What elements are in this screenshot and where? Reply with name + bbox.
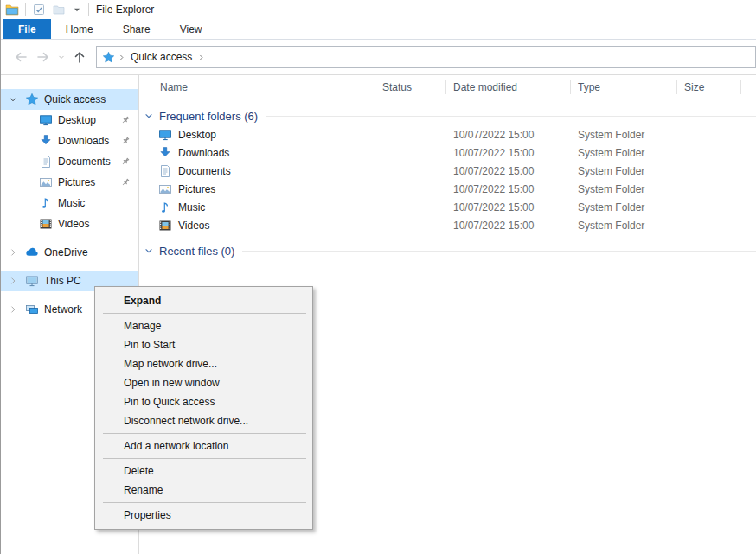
- tab-file[interactable]: File: [3, 19, 51, 39]
- properties-button[interactable]: [32, 3, 46, 16]
- file-row-videos[interactable]: Videos10/07/2022 15:00System Folder: [139, 216, 756, 234]
- column-header-label: Size: [684, 81, 704, 93]
- recent-locations-button[interactable]: [54, 46, 68, 68]
- breadcrumb-item-quick-access[interactable]: Quick access: [128, 51, 195, 63]
- sidebar-item-onedrive[interactable]: OneDrive: [1, 242, 138, 263]
- music-icon: [158, 201, 172, 214]
- up-button[interactable]: [68, 46, 91, 68]
- videos-icon: [39, 217, 53, 231]
- file-name: Documents: [178, 165, 231, 177]
- group-header-recent-files-0[interactable]: Recent files (0): [139, 241, 756, 260]
- cell-date-modified: 10/07/2022 15:00: [446, 220, 571, 232]
- cell-name: Desktop: [139, 128, 375, 142]
- menu-item-open-in-new-window[interactable]: Open in new window: [95, 373, 312, 392]
- documents-icon: [158, 164, 172, 178]
- cell-type: System Folder: [571, 201, 677, 213]
- cell-date-modified: 10/07/2022 15:00: [446, 147, 571, 159]
- sidebar-item-label: Downloads: [58, 135, 109, 147]
- group-label: Frequent folders (6): [159, 110, 258, 123]
- chevron-right-icon[interactable]: [8, 247, 18, 258]
- menu-item-disconnect-network-drive[interactable]: Disconnect network drive...: [95, 411, 312, 430]
- menu-item-manage[interactable]: Manage: [95, 316, 312, 335]
- cell-type: System Folder: [571, 183, 677, 195]
- quick-access-toolbar: [5, 3, 89, 16]
- chevron-right-icon[interactable]: [8, 304, 18, 315]
- chevron-right-icon[interactable]: [8, 276, 18, 286]
- titlebar-separator: [25, 3, 26, 16]
- tab-home[interactable]: Home: [51, 19, 108, 39]
- column-header-date-modified[interactable]: Date modified: [446, 75, 571, 99]
- cell-type: System Folder: [571, 129, 677, 141]
- cell-date-modified: 10/07/2022 15:00: [446, 183, 571, 195]
- menu-item-pin-to-quick-access[interactable]: Pin to Quick access: [95, 392, 312, 411]
- titlebar-separator: [88, 3, 89, 16]
- cell-date-modified: 10/07/2022 15:00: [446, 129, 571, 141]
- desktop-icon: [158, 128, 172, 142]
- music-icon: [39, 196, 53, 210]
- sidebar-item-documents[interactable]: Documents: [1, 151, 138, 172]
- group-label: Recent files (0): [159, 245, 234, 258]
- back-button[interactable]: [10, 46, 32, 68]
- new-folder-button[interactable]: [52, 3, 66, 16]
- column-header-status[interactable]: Status: [375, 75, 446, 99]
- sidebar-item-quick-access[interactable]: Quick access: [1, 89, 138, 110]
- menu-item-map-network-drive[interactable]: Map network drive...: [95, 354, 312, 373]
- pin-icon: [120, 177, 131, 188]
- tab-view[interactable]: View: [165, 19, 217, 39]
- column-resize-handle[interactable]: [740, 80, 741, 94]
- group-chevron-icon[interactable]: [144, 111, 154, 121]
- cell-name: Music: [139, 201, 375, 214]
- file-row-documents[interactable]: Documents10/07/2022 15:00System Folder: [139, 162, 756, 180]
- pin-icon: [120, 136, 131, 146]
- menu-separator: [103, 313, 306, 314]
- menu-item-delete[interactable]: Delete: [95, 462, 312, 481]
- tab-share[interactable]: Share: [108, 19, 165, 39]
- file-row-music[interactable]: Music10/07/2022 15:00System Folder: [139, 198, 756, 216]
- desktop-icon: [39, 113, 53, 127]
- file-name: Music: [178, 201, 205, 213]
- sidebar-item-music[interactable]: Music: [1, 193, 138, 213]
- group-divider-line: [242, 251, 756, 252]
- forward-button[interactable]: [32, 46, 54, 68]
- menu-item-expand[interactable]: Expand: [95, 291, 312, 310]
- sidebar-item-label: This PC: [44, 275, 81, 287]
- context-menu: ExpandManagePin to StartMap network driv…: [94, 286, 313, 530]
- dropdown-arrow-icon: [72, 4, 82, 15]
- menu-item-properties[interactable]: Properties: [95, 506, 312, 525]
- menu-item-pin-to-start[interactable]: Pin to Start: [95, 335, 312, 354]
- breadcrumb-chevron-icon[interactable]: [197, 54, 205, 61]
- sidebar-item-videos[interactable]: Videos: [1, 213, 138, 234]
- sidebar-item-downloads[interactable]: Downloads: [1, 131, 138, 151]
- cell-name: Downloads: [139, 146, 375, 160]
- sidebar-item-label: Network: [44, 303, 82, 315]
- group-chevron-icon[interactable]: [144, 245, 154, 256]
- this-pc-icon: [25, 274, 39, 288]
- customize-qat-button[interactable]: [72, 4, 82, 15]
- sidebar-item-pictures[interactable]: Pictures: [1, 172, 138, 193]
- column-header-label: Name: [160, 81, 188, 93]
- file-row-pictures[interactable]: Pictures10/07/2022 15:00System Folder: [139, 180, 756, 198]
- chevron-down-icon[interactable]: [8, 94, 18, 105]
- quick-access-star-icon: [102, 51, 115, 64]
- cell-date-modified: 10/07/2022 15:00: [446, 165, 571, 177]
- menu-separator: [103, 458, 306, 459]
- group-header-frequent-folders-6[interactable]: Frequent folders (6): [139, 106, 756, 125]
- column-header-type[interactable]: Type: [571, 75, 677, 99]
- cell-date-modified: 10/07/2022 15:00: [446, 201, 571, 213]
- sidebar-item-desktop[interactable]: Desktop: [1, 110, 138, 131]
- column-header-label: Date modified: [453, 81, 517, 93]
- file-row-downloads[interactable]: Downloads10/07/2022 15:00System Folder: [139, 143, 756, 162]
- up-arrow-icon: [73, 50, 86, 64]
- column-header-size[interactable]: Size: [677, 75, 741, 99]
- column-header-name[interactable]: Name: [139, 75, 375, 99]
- window-title: File Explorer: [96, 3, 154, 16]
- file-row-desktop[interactable]: Desktop10/07/2022 15:00System Folder: [139, 125, 756, 143]
- pictures-icon: [158, 182, 172, 196]
- breadcrumb-chevron-icon[interactable]: [118, 54, 125, 61]
- nav-buttons: [10, 46, 91, 68]
- sidebar-item-label: Pictures: [58, 176, 95, 188]
- videos-icon: [158, 219, 172, 232]
- menu-item-rename[interactable]: Rename: [95, 481, 312, 500]
- menu-item-add-a-network-location[interactable]: Add a network location: [95, 436, 312, 455]
- address-bar[interactable]: Quick access: [96, 46, 756, 68]
